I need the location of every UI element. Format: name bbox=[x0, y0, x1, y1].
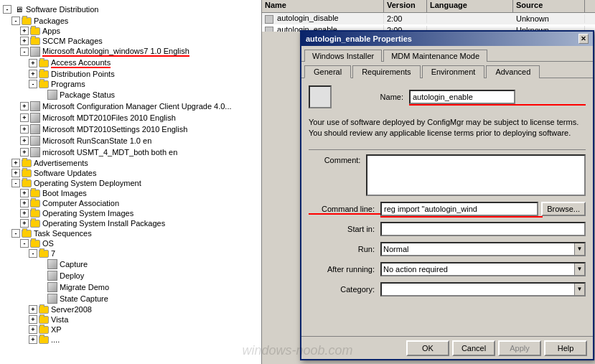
tree-item-sw-updates[interactable]: + Software Updates bbox=[0, 168, 261, 178]
command-line-input[interactable] bbox=[380, 202, 538, 216]
folder-icon-os bbox=[30, 240, 40, 248]
tree-item-dist-points[interactable]: + Distribution Points bbox=[0, 69, 261, 79]
tree-item-packages[interactable]: - Packages bbox=[0, 16, 261, 26]
expand-packages[interactable]: - bbox=[11, 17, 20, 25]
expand-server2008[interactable]: + bbox=[29, 305, 37, 314]
tree-item-deploy[interactable]: Deploy bbox=[0, 270, 261, 281]
run-dropdown-wrapper: Normal Minimized Maximized Hidden ▼ bbox=[380, 242, 586, 256]
tree-item-apps[interactable]: + Apps bbox=[0, 26, 261, 36]
tree-item-capture[interactable]: Capture bbox=[0, 258, 261, 270]
tree-item-boot-images[interactable]: + Boot Images bbox=[0, 188, 261, 198]
folder-icon-sccm bbox=[30, 37, 40, 45]
folder-icon-packages bbox=[22, 17, 32, 25]
expand-osd[interactable]: - bbox=[11, 179, 20, 187]
tab-environment[interactable]: Environment bbox=[422, 65, 485, 78]
tree-item-osd[interactable]: - Operating System Deployment bbox=[0, 178, 261, 188]
tree-label-dist-points: Distribution Points bbox=[51, 70, 115, 78]
tree-item-more[interactable]: + .... bbox=[0, 335, 261, 345]
name-row: Name: bbox=[309, 85, 586, 108]
tab-windows-installer[interactable]: Windows Installer bbox=[304, 50, 382, 62]
browse-button[interactable]: Browse... bbox=[541, 202, 586, 216]
cancel-button[interactable]: Cancel bbox=[452, 340, 495, 356]
tree-item-mdt-settings[interactable]: + Microsoft MDT2010Settings 2010 English bbox=[0, 123, 261, 135]
header-name: Name bbox=[262, 0, 384, 12]
help-button[interactable]: Help bbox=[544, 340, 587, 356]
comment-textarea[interactable] bbox=[366, 154, 586, 196]
expand-vista[interactable]: + bbox=[29, 315, 37, 324]
name-input[interactable] bbox=[409, 90, 515, 104]
expand-cm-client[interactable]: + bbox=[20, 102, 29, 111]
tab-advanced[interactable]: Advanced bbox=[486, 65, 540, 78]
folder-icon-os-install bbox=[30, 220, 40, 228]
tree-item-advertisements[interactable]: + Advertisements bbox=[0, 158, 261, 168]
expand-os[interactable]: - bbox=[20, 239, 29, 248]
expand-7[interactable]: - bbox=[29, 249, 37, 258]
expand-root[interactable]: - bbox=[3, 5, 11, 14]
expand-mdt-files[interactable]: + bbox=[20, 113, 29, 122]
run-label: Run: bbox=[309, 245, 380, 253]
ok-button[interactable]: OK bbox=[406, 340, 449, 356]
tree-label-migrate: Migrate Demo bbox=[60, 283, 109, 291]
tree-item-vista[interactable]: + Vista bbox=[0, 314, 261, 325]
expand-runscan[interactable]: + bbox=[20, 136, 29, 145]
tree-item-mdt-files[interactable]: + Microsoft MDT2010Files 2010 English bbox=[0, 112, 261, 123]
name-label: Name: bbox=[337, 93, 409, 101]
tree-item-autologin[interactable]: - Microsoft Autologin_windows7 1.0 Engli… bbox=[0, 46, 261, 57]
expand-ads[interactable]: + bbox=[11, 159, 20, 167]
expand-more[interactable]: + bbox=[29, 335, 37, 344]
tree-label-mdt-files: Microsoft MDT2010Files 2010 English bbox=[42, 113, 176, 122]
run-select[interactable]: Normal Minimized Maximized Hidden bbox=[380, 242, 586, 256]
icon-usmt bbox=[30, 147, 40, 157]
tree-item-programs[interactable]: - Programs bbox=[0, 79, 261, 89]
tree-label-usmt: microsoft USMT_4_MDT_both both en bbox=[42, 148, 177, 157]
tree-item-task-seq[interactable]: - Task Sequences bbox=[0, 228, 261, 238]
apply-button[interactable]: Apply bbox=[498, 340, 541, 356]
start-in-input[interactable] bbox=[380, 222, 586, 236]
tree-item-os[interactable]: - OS bbox=[0, 238, 261, 248]
expand-dist[interactable]: + bbox=[29, 70, 37, 78]
tree-item-migrate[interactable]: Migrate Demo bbox=[0, 281, 261, 293]
expand-sccm[interactable]: + bbox=[20, 37, 29, 45]
tree-item-pkg-status[interactable]: Package Status bbox=[0, 89, 261, 101]
expand-autologin[interactable]: - bbox=[20, 47, 29, 56]
dialog-form-content: Name: Your use of software deployed by C… bbox=[301, 78, 593, 309]
expand-access[interactable]: + bbox=[29, 59, 37, 67]
tree-item-sccm[interactable]: + SCCM Packages bbox=[0, 36, 261, 46]
tree-item-7[interactable]: - 7 bbox=[0, 248, 261, 258]
computer-icon: 🖥 bbox=[13, 4, 24, 15]
expand-mdt-settings[interactable]: + bbox=[20, 125, 29, 134]
dialog-close-button[interactable]: ✕ bbox=[578, 34, 589, 44]
tree-item-runscan[interactable]: + Microsoft RunScanState 1.0 en bbox=[0, 135, 261, 146]
tree-item-os-images[interactable]: + Operating System Images bbox=[0, 208, 261, 218]
tree-label-deploy: Deploy bbox=[60, 271, 84, 280]
cmdline-underline bbox=[380, 216, 543, 218]
tree-item-cm-client[interactable]: + Microsoft Configuration Manager Client… bbox=[0, 101, 261, 112]
tree-item-os-install[interactable]: + Operating System Install Packages bbox=[0, 218, 261, 228]
folder-icon-programs bbox=[39, 80, 49, 88]
tab-requirements[interactable]: Requirements bbox=[352, 65, 420, 78]
tree-item-access-accounts[interactable]: + Access Accounts bbox=[0, 57, 261, 69]
list-row-0[interactable]: autologin_disable 2:00 Unknown bbox=[262, 13, 595, 24]
tab-mdm-maintenance[interactable]: MDM Maintenance Mode bbox=[383, 50, 487, 62]
tree-item-root[interactable]: - 🖥 Software Distribution bbox=[0, 3, 261, 16]
expand-comp-assoc[interactable]: + bbox=[20, 199, 29, 207]
expand-task-seq[interactable]: - bbox=[11, 229, 20, 238]
tree-item-state-capture[interactable]: State Capture bbox=[0, 293, 261, 304]
tree-item-usmt[interactable]: + microsoft USMT_4_MDT_both both en bbox=[0, 146, 261, 158]
expand-apps[interactable]: + bbox=[20, 27, 29, 35]
expand-os-install[interactable]: + bbox=[20, 219, 29, 228]
tree-label-os-install: Operating System Install Packages bbox=[42, 219, 165, 228]
expand-sw-updates[interactable]: + bbox=[11, 169, 20, 177]
tree-item-xp[interactable]: + XP bbox=[0, 325, 261, 335]
folder-icon-comp-assoc bbox=[30, 200, 40, 207]
expand-programs[interactable]: - bbox=[29, 80, 37, 88]
expand-os-images[interactable]: + bbox=[20, 209, 29, 218]
expand-boot[interactable]: + bbox=[20, 189, 29, 197]
expand-xp[interactable]: + bbox=[29, 325, 37, 334]
tree-item-server2008[interactable]: + Server2008 bbox=[0, 304, 261, 314]
category-select[interactable] bbox=[380, 282, 586, 297]
expand-usmt[interactable]: + bbox=[20, 148, 29, 157]
after-running-select[interactable]: No action required ConfigMgr restarts co… bbox=[380, 262, 586, 276]
tab-general[interactable]: General bbox=[304, 65, 351, 78]
tree-item-comp-assoc[interactable]: + Computer Association bbox=[0, 198, 261, 208]
